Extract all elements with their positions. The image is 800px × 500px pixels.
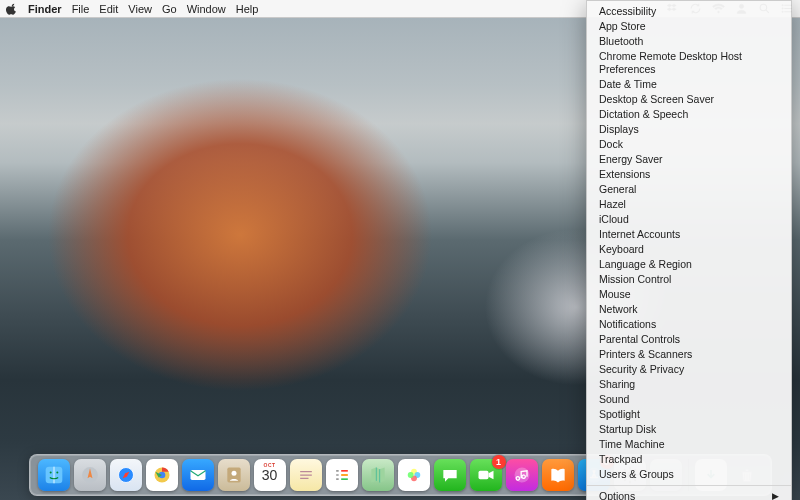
menu-window[interactable]: Window [187,3,226,15]
ctx-hazel[interactable]: Hazel [587,197,791,212]
calendar-day: 30 [262,468,278,482]
dock-launchpad[interactable] [74,459,106,491]
ctx-accessibility[interactable]: Accessibility [587,4,791,19]
ctx-bluetooth[interactable]: Bluetooth [587,34,791,49]
svg-rect-13 [190,470,205,480]
ctx-spotlight[interactable]: Spotlight [587,407,791,422]
dock-itunes[interactable] [506,459,538,491]
ctx-language-region[interactable]: Language & Region [587,257,791,272]
ctx-users-groups[interactable]: Users & Groups [587,467,791,482]
svg-point-19 [407,472,413,478]
ctx-printers-scanners[interactable]: Printers & Scanners [587,347,791,362]
ctx-trackpad[interactable]: Trackpad [587,452,791,467]
ctx-chrome-remote-desktop-host-preferences[interactable]: Chrome Remote Desktop Host Preferences [587,49,791,77]
calendar-month: OCT [254,462,286,468]
dock-reminders[interactable] [326,459,358,491]
menu-go[interactable]: Go [162,3,177,15]
dock-chrome[interactable] [146,459,178,491]
ctx-separator [587,485,791,486]
dock-facetime[interactable]: 1 [470,459,502,491]
dock-maps[interactable] [362,459,394,491]
ctx-dock[interactable]: Dock [587,137,791,152]
ctx-sound[interactable]: Sound [587,392,791,407]
dock-photos[interactable] [398,459,430,491]
svg-point-7 [56,472,58,474]
ctx-notifications[interactable]: Notifications [587,317,791,332]
dock-badge-facetime: 1 [492,455,506,469]
dock-finder[interactable] [38,459,70,491]
ctx-extensions[interactable]: Extensions [587,167,791,182]
sysprefs-context-menu: AccessibilityApp StoreBluetoothChrome Re… [586,0,792,500]
svg-point-6 [49,472,51,474]
ctx-dictation-speech[interactable]: Dictation & Speech [587,107,791,122]
menu-edit[interactable]: Edit [99,3,118,15]
svg-point-15 [231,471,236,476]
ctx-displays[interactable]: Displays [587,122,791,137]
ctx-security-privacy[interactable]: Security & Privacy [587,362,791,377]
submenu-arrow-icon: ▶ [772,490,779,500]
ctx-icloud[interactable]: iCloud [587,212,791,227]
dock-calendar[interactable]: OCT30 [254,459,286,491]
svg-rect-20 [478,471,488,479]
ctx-desktop-screen-saver[interactable]: Desktop & Screen Saver [587,92,791,107]
ctx-keyboard[interactable]: Keyboard [587,242,791,257]
dock-safari[interactable] [110,459,142,491]
menu-app-name[interactable]: Finder [28,3,62,15]
ctx-mission-control[interactable]: Mission Control [587,272,791,287]
ctx-mouse[interactable]: Mouse [587,287,791,302]
dock-notes[interactable] [290,459,322,491]
dock-mail[interactable] [182,459,214,491]
ctx-internet-accounts[interactable]: Internet Accounts [587,227,791,242]
dock-ibooks[interactable] [542,459,574,491]
ctx-parental-controls[interactable]: Parental Controls [587,332,791,347]
ctx-time-machine[interactable]: Time Machine [587,437,791,452]
menu-file[interactable]: File [72,3,90,15]
apple-menu-icon[interactable] [6,3,18,15]
ctx-startup-disk[interactable]: Startup Disk [587,422,791,437]
ctx-network[interactable]: Network [587,302,791,317]
dock-contacts[interactable] [218,459,250,491]
ctx-energy-saver[interactable]: Energy Saver [587,152,791,167]
ctx-options[interactable]: Options▶ [587,489,791,500]
menu-view[interactable]: View [128,3,152,15]
ctx-app-store[interactable]: App Store [587,19,791,34]
menu-help[interactable]: Help [236,3,259,15]
dock-messages[interactable] [434,459,466,491]
ctx-sharing[interactable]: Sharing [587,377,791,392]
ctx-date-time[interactable]: Date & Time [587,77,791,92]
ctx-general[interactable]: General [587,182,791,197]
